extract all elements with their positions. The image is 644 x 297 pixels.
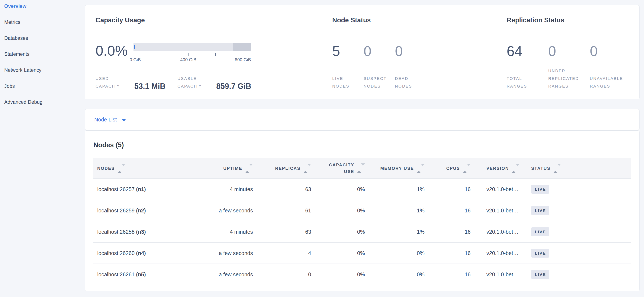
capacity-percent: 0.0% [96, 44, 128, 58]
capacity-stats: USED CAPACITY 53.1 MiB USABLE CAPACITY 8… [96, 75, 251, 90]
column-header-label: VERSION [486, 166, 509, 171]
axis-label-400: 400 GiB [180, 57, 196, 62]
sidebar-item-network-latency[interactable]: Network Latency [4, 67, 85, 83]
replication-status-title: Replication Status [507, 16, 564, 24]
cluster-summary-card: Capacity Usage Node Status Replication S… [85, 5, 640, 99]
capacity-use-cell: 0% [311, 264, 365, 285]
column-header-replicas[interactable]: REPLICAS [253, 158, 311, 179]
sidebar: Overview Metrics Databases Statements Ne… [0, 0, 85, 297]
sidebar-item-metrics[interactable]: Metrics [4, 19, 85, 35]
table-row: localhost:26260 (n4) a few seconds 4 0% … [94, 243, 631, 264]
nodes-table-card: Nodes (5) NODES UPTIME REPLICAS [85, 130, 640, 291]
uptime-cell: a few seconds [207, 264, 253, 285]
cpus-cell: 16 [424, 179, 471, 200]
replicas-cell: 63 [253, 179, 311, 200]
capacity-bar-reserved-segment [233, 43, 251, 51]
sidebar-item-jobs[interactable]: Jobs [4, 83, 85, 99]
uptime-cell: a few seconds [207, 243, 253, 264]
replicas-cell: 61 [253, 200, 311, 221]
version-cell: v20.1.0-bet… [471, 221, 531, 243]
unavailable-ranges-label: UNAVAILABLE RANGES [590, 75, 632, 90]
axis-tick [188, 53, 188, 56]
suspect-nodes-value: 0 [364, 44, 395, 58]
capacity-usage-title: Capacity Usage [96, 16, 145, 24]
total-ranges-value: 64 [507, 44, 548, 58]
version-cell: v20.1.0-bet… [471, 200, 531, 221]
column-header-uptime[interactable]: UPTIME [207, 158, 253, 179]
version-cell: v20.1.0-bet… [471, 243, 531, 264]
column-header-memory-use[interactable]: MEMORY USE [365, 158, 424, 179]
sidebar-item-statements[interactable]: Statements [4, 51, 85, 67]
usable-capacity-label: USABLE CAPACITY [178, 75, 210, 90]
memory-use-cell: 1% [365, 179, 424, 200]
column-header-label: MEMORY USE [380, 166, 414, 171]
status-badge: LIVE [531, 270, 549, 279]
uptime-cell: 4 minutes [207, 179, 253, 200]
sidebar-item-overview[interactable]: Overview [4, 3, 85, 19]
node-id: (n1) [136, 186, 146, 192]
node-id: (n2) [136, 208, 146, 214]
main-content: Capacity Usage Node Status Replication S… [85, 5, 640, 291]
cpus-cell: 16 [424, 200, 471, 221]
sidebar-item-advanced-debug[interactable]: Advanced Debug [4, 99, 85, 115]
capacity-use-cell: 0% [311, 179, 365, 200]
capacity-bar-chart: 0 GiB 400 GiB 800 GiB [134, 43, 251, 63]
version-cell: v20.1.0-bet… [471, 179, 531, 200]
node-address[interactable]: localhost:26261 [97, 272, 134, 278]
axis-tick [161, 53, 161, 56]
node-list-dropdown-label: Node List [94, 117, 117, 123]
replicas-cell: 4 [253, 243, 311, 264]
axis-tick [243, 53, 243, 56]
memory-use-cell: 0% [365, 243, 424, 264]
memory-use-cell: 0% [365, 264, 424, 285]
replicas-cell: 0 [253, 264, 311, 285]
used-capacity-label: USED CAPACITY [96, 75, 128, 90]
memory-use-cell: 1% [365, 221, 424, 243]
node-status-values: 5 0 0 [332, 44, 426, 58]
node-status-title: Node Status [332, 16, 371, 24]
chevron-down-icon [122, 119, 126, 121]
node-address[interactable]: localhost:26257 [97, 186, 134, 192]
unavailable-ranges-value: 0 [590, 44, 632, 58]
status-badge: LIVE [531, 206, 549, 215]
uptime-cell: a few seconds [207, 200, 253, 221]
sort-icon [304, 166, 311, 171]
node-address[interactable]: localhost:26259 [97, 208, 134, 214]
node-address[interactable]: localhost:26258 [97, 229, 134, 235]
suspect-nodes-label: SUSPECT NODES [364, 75, 395, 90]
column-header-nodes[interactable]: NODES [94, 158, 207, 179]
cpus-cell: 16 [424, 264, 471, 285]
sort-icon [357, 166, 365, 171]
used-capacity-value: 53.1 MiB [134, 82, 166, 90]
node-status-labels: LIVE NODES SUSPECT NODES DEAD NODES [332, 75, 426, 90]
sort-icon [118, 166, 126, 171]
nodes-table: NODES UPTIME REPLICAS CAPACITY USE MEMOR… [94, 158, 631, 285]
version-cell: v20.1.0-bet… [471, 264, 531, 285]
uptime-cell: 4 minutes [207, 221, 253, 243]
sort-icon [245, 166, 253, 171]
capacity-use-cell: 0% [311, 243, 365, 264]
capacity-axis-ticks [134, 53, 251, 56]
cpus-cell: 16 [424, 221, 471, 243]
column-header-label: REPLICAS [275, 166, 300, 171]
replicas-cell: 63 [253, 221, 311, 243]
dead-nodes-value: 0 [395, 44, 426, 58]
column-header-version[interactable]: VERSION [471, 158, 531, 179]
memory-use-cell: 1% [365, 200, 424, 221]
live-nodes-label: LIVE NODES [332, 75, 364, 90]
column-header-capacity-use[interactable]: CAPACITY USE [311, 158, 365, 179]
node-list-dropdown[interactable]: Node List [94, 117, 126, 123]
sidebar-item-databases[interactable]: Databases [4, 35, 85, 51]
node-id: (n3) [136, 229, 146, 235]
node-address[interactable]: localhost:26260 [97, 250, 134, 256]
sort-icon [463, 166, 471, 171]
sort-icon [417, 166, 424, 171]
nodes-heading: Nodes (5) [94, 141, 631, 149]
table-row: localhost:26257 (n1) 4 minutes 63 0% 1% … [94, 179, 631, 200]
column-header-cpus[interactable]: CPUS [424, 158, 471, 179]
column-header-status[interactable]: STATUS [531, 158, 631, 179]
capacity-bar [134, 43, 251, 51]
column-header-label: CPUS [446, 166, 460, 171]
column-header-label: NODES [97, 166, 115, 171]
column-header-label: CAPACITY USE [328, 162, 354, 175]
